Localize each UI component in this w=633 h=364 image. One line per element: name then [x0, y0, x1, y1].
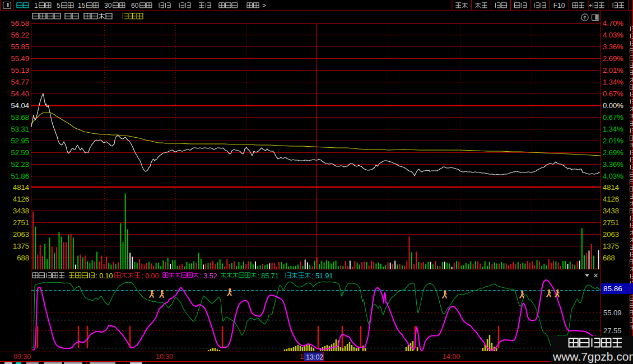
svg-text:13:02: 13:02: [306, 353, 323, 361]
svg-text:09:30: 09:30: [13, 353, 31, 361]
svg-text:: 0.00: : 0.00: [141, 272, 159, 280]
svg-text:55.85: 55.85: [11, 43, 29, 51]
svg-text:55.13: 55.13: [11, 66, 29, 74]
svg-text:2063: 2063: [13, 230, 29, 239]
svg-text:2.01%: 2.01%: [603, 66, 623, 74]
svg-text:1375: 1375: [13, 242, 29, 250]
svg-text:2751: 2751: [13, 218, 29, 227]
svg-text:4126: 4126: [603, 195, 619, 203]
svg-text:2751: 2751: [603, 218, 619, 227]
svg-text:: 51.91: : 51.91: [311, 272, 333, 280]
svg-text:0.67%: 0.67%: [603, 90, 623, 98]
svg-text:5: 5: [57, 2, 60, 10]
svg-text:1.34%: 1.34%: [603, 78, 623, 86]
svg-text:3438: 3438: [13, 207, 29, 215]
svg-text:85.86: 85.86: [603, 284, 622, 293]
svg-text:: 3.52: : 3.52: [199, 272, 217, 280]
svg-text:27.55: 27.55: [603, 326, 622, 335]
svg-text:55.09: 55.09: [603, 309, 622, 317]
svg-text:2063: 2063: [603, 230, 619, 239]
svg-text:14:00: 14:00: [443, 353, 460, 361]
svg-text:56.58: 56.58: [11, 19, 29, 27]
svg-text:52.23: 52.23: [11, 160, 29, 169]
svg-text:1: 1: [34, 2, 38, 10]
svg-text:4.03%: 4.03%: [603, 172, 623, 180]
svg-text:: 85.71: : 85.71: [257, 272, 278, 280]
svg-text:54.04: 54.04: [11, 101, 29, 110]
svg-text:4814: 4814: [13, 183, 29, 192]
svg-text:4.03%: 4.03%: [603, 31, 623, 39]
svg-text:1.34%: 1.34%: [603, 125, 623, 133]
svg-text:688: 688: [603, 254, 615, 262]
svg-text:54.77: 54.77: [11, 78, 29, 86]
svg-text:52.59: 52.59: [11, 148, 29, 157]
svg-text:53.68: 53.68: [11, 113, 29, 122]
svg-text:>: >: [262, 2, 266, 10]
svg-text:4.70%: 4.70%: [603, 19, 623, 27]
svg-text:52.95: 52.95: [11, 137, 29, 145]
svg-text:56.22: 56.22: [11, 31, 29, 39]
svg-text:0.00%: 0.00%: [603, 101, 623, 110]
svg-text:15: 15: [78, 2, 86, 10]
svg-text:688: 688: [17, 254, 29, 262]
svg-text:60: 60: [131, 2, 139, 10]
svg-text:F10: F10: [553, 2, 565, 10]
svg-text:30: 30: [104, 2, 112, 10]
svg-text:55.49: 55.49: [11, 54, 29, 63]
svg-text:53.31: 53.31: [11, 125, 29, 133]
svg-text:1: 1: [300, 353, 304, 361]
svg-text:2.69%: 2.69%: [603, 148, 623, 157]
svg-text:54.40: 54.40: [11, 90, 29, 98]
svg-text:4814: 4814: [603, 183, 619, 192]
svg-text:3.36%: 3.36%: [603, 43, 623, 51]
svg-text:www.7gpzb.com: www.7gpzb.com: [552, 350, 633, 363]
svg-text:: 0.10: : 0.10: [95, 272, 113, 280]
svg-text:1375: 1375: [603, 242, 619, 250]
svg-text:+: +: [589, 2, 593, 10]
svg-text:3.36%: 3.36%: [603, 160, 623, 169]
svg-text:3438: 3438: [603, 207, 619, 215]
svg-text:2.69%: 2.69%: [603, 54, 623, 63]
svg-text:0.67%: 0.67%: [603, 113, 623, 122]
svg-text:4126: 4126: [13, 195, 29, 203]
svg-text:51.86: 51.86: [11, 172, 29, 180]
svg-text:10:30: 10:30: [156, 353, 173, 361]
svg-text:2.01%: 2.01%: [603, 137, 623, 145]
